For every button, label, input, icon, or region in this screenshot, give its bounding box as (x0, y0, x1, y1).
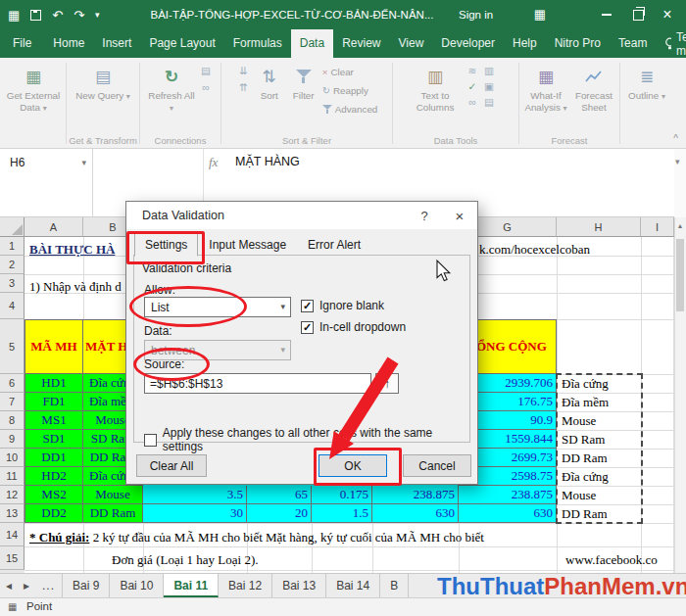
row-header-12[interactable]: 12 (0, 486, 24, 504)
cell-A12[interactable]: MS2 (24, 486, 83, 504)
row-header-6[interactable]: 6 (0, 374, 24, 393)
clear-filter-button[interactable]: × Clear (322, 64, 378, 80)
flash-fill-icon[interactable]: ≋ (465, 63, 480, 77)
edit-links-icon[interactable]: ∞ (198, 79, 214, 94)
cell-A10[interactable]: DD1 (24, 449, 83, 467)
close-window-icon[interactable]: × (657, 0, 678, 29)
ribbon-tab-home[interactable]: Home (44, 29, 93, 58)
scrollbar-thumb[interactable] (676, 239, 684, 311)
sheet-tab-bai-10[interactable]: Bai 10 (110, 574, 164, 597)
scroll-up-icon[interactable]: ▲ (674, 217, 686, 235)
data-validation-icon[interactable]: ✓ (465, 78, 480, 93)
row-header-7[interactable]: 7 (0, 393, 24, 411)
reapply-button[interactable]: ↻ Reapply (322, 82, 378, 99)
expand-formula-bar-icon[interactable]: ▾ (675, 157, 680, 166)
row-header-10[interactable]: 10 (0, 449, 24, 467)
cell-A1[interactable]: BÀI THỰC HÀ (29, 241, 124, 258)
data-model-icon[interactable]: ▤ (481, 94, 497, 109)
get-external-data-button[interactable]: ▦ Get External Data ▾ (3, 61, 64, 113)
cell-A5[interactable]: MÃ MH (24, 319, 83, 374)
row-header-15[interactable]: 15 (0, 546, 24, 570)
text-to-columns-button[interactable]: ▥ Text to Columns (407, 61, 464, 113)
ribbon-display-options-icon[interactable]: ▦ (529, 0, 551, 29)
cell-A3[interactable]: 1) Nhập và định d (29, 278, 124, 295)
cell-A7[interactable]: FD1 (24, 393, 83, 411)
minimize-icon[interactable] (602, 14, 612, 16)
ribbon-tab-nitro-pro[interactable]: Nitro Pro (546, 29, 610, 58)
ribbon-tab-help[interactable]: Help (504, 29, 546, 58)
cell-C13[interactable]: 30 (143, 504, 247, 523)
row-header-5[interactable]: 5 (0, 319, 24, 374)
sort-descending-icon[interactable]: ⇈ (236, 79, 252, 94)
clear-all-button[interactable]: Clear All (136, 454, 207, 477)
range-selector-button[interactable]: ↑ (375, 373, 399, 394)
sheet-tab-bai-11[interactable]: Bai 11 (164, 574, 219, 597)
cell-A6[interactable]: HD1 (24, 374, 83, 393)
dialog-tab-input-message[interactable]: Input Message (198, 233, 297, 257)
sheet-nav-left-icon[interactable]: ◂ (0, 574, 18, 597)
ribbon-tab-data[interactable]: Data (291, 29, 333, 58)
consolidate-icon[interactable]: ▣ (481, 78, 497, 93)
ignore-blank-checkbox[interactable]: ✓ Ignore blank (301, 299, 384, 312)
sheet-tab-b[interactable]: B (380, 574, 409, 597)
dialog-tab-error-alert[interactable]: Error Alert (297, 233, 371, 257)
sheet-tab-bai-13[interactable]: Bai 13 (272, 574, 326, 597)
filter-button[interactable]: Filter (286, 61, 321, 102)
sort-button[interactable]: ⇅ Sort (253, 61, 286, 102)
cell-A13[interactable]: DD2 (24, 504, 83, 523)
row-header-3[interactable]: 3 (0, 274, 24, 293)
new-query-button[interactable]: ▤ New Query ▾ (71, 61, 135, 102)
sheet-tab-bai-12[interactable]: Bai 12 (219, 574, 272, 597)
ribbon-tab-view[interactable]: View (390, 29, 433, 58)
remove-duplicates-icon[interactable]: ▥ (481, 63, 497, 77)
ribbon-tab-insert[interactable]: Insert (93, 29, 140, 58)
undo-icon[interactable]: ↶ (52, 9, 63, 22)
column-header-I[interactable]: I (641, 217, 674, 237)
combo-dropdown-icon[interactable]: ▾ (280, 302, 285, 311)
excel-app-icon[interactable]: ▦ (8, 9, 20, 22)
cell-E13[interactable]: 1.5 (312, 504, 372, 523)
ribbon-tab-team[interactable]: Team (610, 29, 656, 58)
ribbon-tab-developer[interactable]: Developer (432, 29, 504, 58)
cell-C12[interactable]: 3.5 (143, 486, 247, 504)
cell-D13[interactable]: 20 (247, 504, 312, 523)
cell-A8[interactable]: MS1 (24, 411, 83, 430)
cell-G13[interactable]: 630 (459, 504, 557, 523)
redo-icon[interactable]: ↷ (74, 9, 84, 22)
sheet-tab-bai-14[interactable]: Bai 14 (326, 574, 380, 597)
cell-D12[interactable]: 65 (247, 486, 312, 504)
column-header-H[interactable]: H (557, 217, 641, 237)
row-header-1[interactable]: 1 (0, 237, 24, 256)
row-header-9[interactable]: 9 (0, 430, 24, 449)
ribbon-tab-formulas[interactable]: Formulas (224, 29, 291, 58)
advanced-filter-button[interactable]: Advanced (322, 101, 378, 118)
ribbon-tab-page-layout[interactable]: Page Layout (140, 29, 223, 58)
column-header-A[interactable]: A (24, 217, 83, 237)
select-all-corner[interactable] (0, 217, 24, 237)
name-box-dropdown-icon[interactable]: ▾ (81, 158, 86, 167)
sign-in-link[interactable]: Sign in (459, 0, 493, 29)
sheet-nav-right-icon[interactable]: ▸ (18, 574, 35, 597)
dialog-close-icon[interactable]: × (442, 202, 477, 229)
cancel-button[interactable]: Cancel (403, 454, 471, 477)
relationships-icon[interactable]: ∞ (465, 94, 480, 109)
forecast-sheet-button[interactable]: Forecast Sheet (570, 61, 617, 113)
fx-icon[interactable]: fx (209, 155, 218, 170)
cell-B13[interactable]: DD Ram (83, 504, 143, 523)
row-header-4[interactable]: 4 (0, 293, 24, 319)
cell-E12[interactable]: 0.175 (312, 486, 372, 504)
ribbon-tab-review[interactable]: Review (333, 29, 389, 58)
in-cell-dropdown-checkbox[interactable]: ✓ In-cell dropdown (301, 320, 406, 334)
cell-G12[interactable]: 238.875 (459, 486, 557, 504)
save-icon[interactable] (30, 10, 41, 21)
cell-A9[interactable]: SD1 (24, 430, 83, 449)
collapse-ribbon-icon[interactable]: ^ (673, 133, 678, 144)
cell-row1-url-fragment[interactable]: k.com/hocexcelcoban (479, 241, 641, 258)
apply-changes-checkbox[interactable]: Apply these changes to all other cells w… (144, 426, 469, 453)
cell-B12[interactable]: Mouse (83, 486, 143, 504)
refresh-all-button[interactable]: ↻ Refresh All ▾ (146, 61, 197, 113)
outline-button[interactable]: ≣ Outline ▾ (623, 61, 670, 102)
cell-F12[interactable]: 238.875 (372, 486, 459, 504)
tab-tell-me[interactable]: Tell me (656, 29, 686, 58)
row-header-11[interactable]: 11 (0, 467, 24, 486)
